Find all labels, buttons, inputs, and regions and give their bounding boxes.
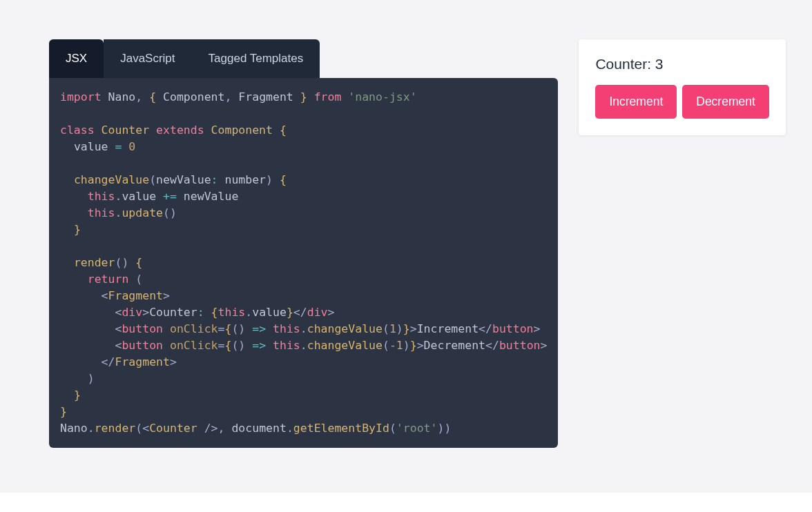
tag-button: button [122,322,163,335]
kw-return: return [88,273,129,286]
counter-label-text: Counter: [595,56,651,72]
main-container: JSX JavaScript Tagged Templates import N… [0,0,812,448]
fn-render: render [74,256,115,269]
code-column: JSX JavaScript Tagged Templates import N… [49,39,558,448]
fn-update: update [122,206,163,219]
str-root: 'root' [396,422,438,435]
id-value: value [74,140,108,153]
code-tabs: JSX JavaScript Tagged Templates [49,39,558,78]
id-component-2: Component [211,124,273,137]
code-block: import Nano, { Component, Fragment } fro… [49,78,558,448]
str-lib: 'nano-jsx' [348,90,416,104]
footer-band [0,493,812,512]
counter-value: 3 [655,56,664,72]
id-counter: Counter [102,124,150,137]
id-number: number [224,173,266,186]
kw-this: this [88,190,115,203]
result-card: Counter: 3 Increment Decrement [579,39,785,135]
id-nano: Nano [108,90,136,104]
id-fragment: Fragment [238,90,293,104]
tab-javascript[interactable]: JavaScript [104,39,191,78]
kw-class: class [60,124,95,137]
decrement-button[interactable]: Decrement [682,85,769,119]
id-component: Component [163,90,224,104]
increment-button[interactable]: Increment [595,85,677,119]
kw-extends: extends [156,124,204,137]
tag-div: div [122,306,142,319]
id-newvalue: newValue [156,173,211,186]
counter-display: Counter: 3 [595,56,768,72]
attr-onclick: onClick [170,322,218,335]
tab-tagged-templates[interactable]: Tagged Templates [192,39,320,78]
result-column: Counter: 3 Increment Decrement [579,39,785,135]
kw-from: from [314,90,342,104]
fn-getelementbyid: getElementById [293,422,389,435]
tab-jsx[interactable]: JSX [49,39,104,78]
num-zero: 0 [128,140,135,153]
fn-changevalue: changeValue [74,173,149,186]
kw-import: import [60,90,102,104]
button-row: Increment Decrement [595,85,768,119]
